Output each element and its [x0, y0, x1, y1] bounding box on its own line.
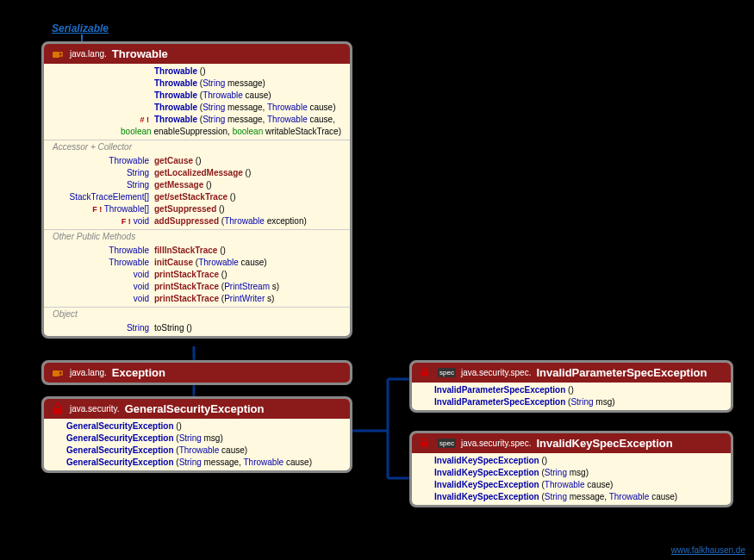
member-row: voidprintStackTrace (PrintStream s) [47, 281, 346, 293]
name-ikse: InvalidKeySpecException [536, 437, 672, 450]
class-header-throwable: java.lang.Throwable [44, 44, 350, 64]
pkg-ipse: java.security.spec. [461, 368, 532, 377]
member-row: voidprintStackTrace (PrintWriter s) [47, 293, 346, 305]
pkg-gse: java.security. [70, 404, 120, 414]
spec-badge: spec [438, 439, 456, 448]
pkg-throwable: java.lang. [70, 49, 107, 59]
footer-link[interactable]: www.falkhausen.de [671, 545, 745, 555]
member-row: StringtoString () [47, 322, 346, 334]
lock-spec-icon [419, 438, 433, 450]
class-header-ikse: spec java.security.spec.InvalidKeySpecEx… [412, 433, 731, 453]
interface-serializable[interactable]: Serializable [52, 22, 109, 34]
other-label: Other Public Methods [44, 229, 350, 243]
svg-rect-11 [421, 441, 427, 446]
member-row: StringgetLocalizedMessage () [47, 167, 346, 179]
class-header-exception: java.lang.Exception [44, 363, 350, 383]
name-exception: Exception [112, 366, 165, 379]
diagram-canvas: Serializable java.lang.Throwable Throwab… [0, 0, 754, 560]
member-row: Throwable (String message, Throwable cau… [47, 102, 346, 114]
member-row: InvalidKeySpecException () [415, 455, 727, 467]
throwable-accessors: ThrowablegetCause ()StringgetLocalizedMe… [44, 153, 350, 229]
class-exception: java.lang.Exception [41, 360, 352, 385]
spec-badge: spec [438, 368, 456, 377]
member-row: ThrowablegetCause () [47, 155, 346, 167]
member-row: Throwable () [47, 65, 346, 78]
svg-rect-7 [53, 52, 59, 58]
class-header-ipse: spec java.security.spec.InvalidParameter… [412, 363, 731, 383]
member-row-cont: boolean enableSuppression, boolean writa… [47, 126, 346, 138]
name-throwable: Throwable [112, 47, 168, 60]
name-ipse: InvalidParameterSpecException [536, 366, 707, 379]
throwable-others: ThrowablefillInStackTrace ()Throwableini… [44, 243, 350, 307]
member-row: InvalidKeySpecException (String message,… [415, 491, 727, 503]
class-throwable: java.lang.Throwable Throwable ()Throwabl… [41, 41, 352, 339]
cup-icon [51, 367, 65, 379]
member-row: StackTraceElement[]get/setStackTrace () [47, 191, 346, 203]
member-row: Throwable (Throwable cause) [47, 90, 346, 102]
class-ikse: spec java.security.spec.InvalidKeySpecEx… [409, 431, 733, 507]
svg-rect-9 [53, 408, 62, 414]
cup-icon [51, 48, 65, 60]
throwable-ctors: Throwable ()Throwable (String message)Th… [44, 64, 350, 140]
member-row: InvalidKeySpecException (String msg) [415, 467, 727, 479]
name-gse: GeneralSecurityException [125, 402, 265, 415]
ipse-ctors: InvalidParameterSpecException ()InvalidP… [412, 383, 731, 410]
accessor-label: Accessor + Collector [44, 140, 350, 153]
class-gse: java.security.GeneralSecurityException G… [41, 396, 352, 473]
member-row: voidprintStackTrace () [47, 269, 346, 281]
member-row: GeneralSecurityException (Throwable caus… [47, 445, 346, 457]
pkg-exception: java.lang. [70, 368, 107, 377]
lock-spec-icon [419, 367, 433, 379]
member-row: GeneralSecurityException (String msg) [47, 432, 346, 445]
svg-rect-10 [421, 370, 427, 376]
class-ipse: spec java.security.spec.InvalidParameter… [409, 360, 733, 413]
member-row: # !Throwable (String message, Throwable … [47, 114, 346, 126]
member-row: InvalidParameterSpecException (String ms… [415, 396, 727, 408]
member-row: ThrowableinitCause (Throwable cause) [47, 257, 346, 269]
gse-ctors: GeneralSecurityException ()GeneralSecuri… [44, 419, 350, 470]
member-row: InvalidKeySpecException (Throwable cause… [415, 479, 727, 491]
object-label: Object [44, 307, 350, 320]
member-row: F ! voidaddSuppressed (Throwable excepti… [47, 215, 346, 227]
member-row: GeneralSecurityException (String message… [47, 457, 346, 469]
throwable-object: StringtoString () [44, 320, 350, 336]
pkg-ikse: java.security.spec. [461, 439, 532, 448]
member-row: F ! Throwable[]getSuppressed () [47, 203, 346, 215]
member-row: StringgetMessage () [47, 179, 346, 191]
ikse-ctors: InvalidKeySpecException ()InvalidKeySpec… [412, 453, 731, 505]
member-row: ThrowablefillInStackTrace () [47, 245, 346, 257]
lock-icon [51, 403, 65, 415]
member-row: Throwable (String message) [47, 78, 346, 90]
member-row: GeneralSecurityException () [47, 420, 346, 432]
class-header-gse: java.security.GeneralSecurityException [44, 399, 350, 419]
member-row: InvalidParameterSpecException () [415, 384, 727, 396]
svg-rect-8 [53, 370, 59, 376]
